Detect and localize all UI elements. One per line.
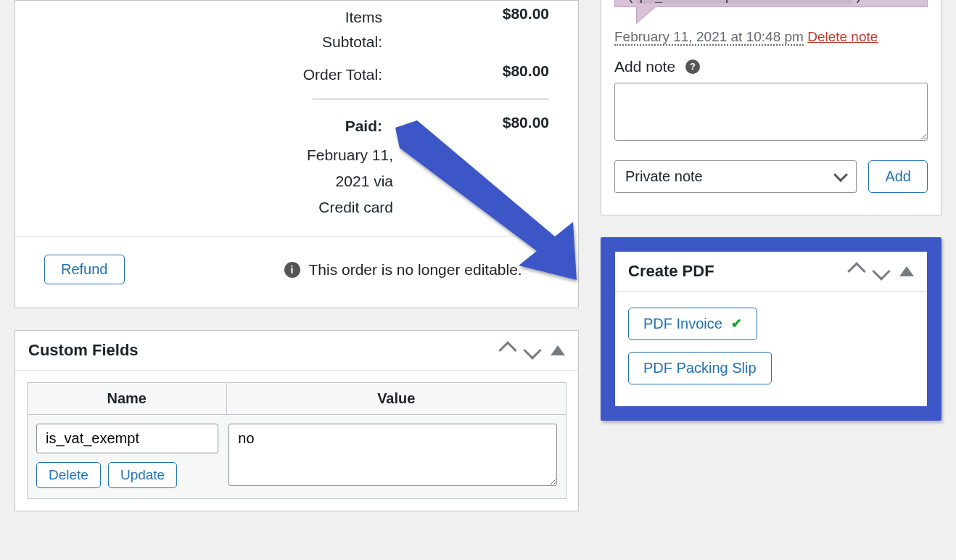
order-total-value: $80.00 — [448, 62, 549, 87]
add-note-button[interactable]: Add — [868, 160, 928, 193]
note-type-select[interactable]: Private note — [614, 160, 857, 193]
not-editable-text: This order is no longer editable. — [309, 261, 522, 279]
delete-note-link[interactable]: Delete note — [807, 29, 878, 44]
totals-divider — [313, 99, 549, 99]
custom-fields-column-name: Name — [28, 383, 227, 414]
paid-value: $80.00 — [448, 114, 549, 139]
info-icon: i — [284, 262, 300, 278]
custom-fields-title: Custom Fields — [28, 341, 501, 360]
create-pdf-title: Create PDF — [628, 262, 850, 281]
custom-field-update-button[interactable]: Update — [108, 462, 177, 488]
not-editable-message: i This order is no longer editable. — [284, 261, 522, 279]
order-total-label: Order Total: — [44, 62, 448, 87]
order-notes-panel: ( ( pt_1IJnxwznpFZCCwrLtb7etKA9 ).pt_1IJ… — [601, 0, 941, 215]
custom-field-delete-button[interactable]: Delete — [36, 462, 101, 488]
paid-label: Paid: — [44, 114, 448, 139]
custom-fields-panel: Custom Fields Name Value Delete — [15, 330, 579, 511]
custom-fields-column-value: Value — [227, 383, 566, 414]
refund-button[interactable]: Refund — [44, 255, 125, 284]
panel-move-down-icon[interactable] — [872, 262, 890, 280]
panel-move-up-icon[interactable] — [847, 262, 865, 280]
chevron-down-icon — [834, 168, 849, 182]
pdf-invoice-button[interactable]: PDF Invoice ✔ — [628, 308, 757, 340]
pdf-packing-slip-button[interactable]: PDF Packing Slip — [628, 352, 772, 384]
items-subtotal-value: $80.00 — [448, 5, 549, 54]
create-pdf-highlight: Create PDF PDF Invoice ✔ PDF Packing Sli… — [601, 237, 941, 421]
paid-method: Credit card — [15, 194, 578, 236]
order-totals-panel: ItemsSubtotal: $80.00 Order Total: $80.0… — [15, 0, 579, 308]
add-note-label: Add note — [614, 58, 675, 75]
custom-field-name-input[interactable] — [36, 424, 218, 453]
items-subtotal-label: ItemsSubtotal: — [44, 5, 448, 54]
pdf-invoice-label: PDF Invoice — [643, 316, 722, 332]
paid-date-line2: 2021 via — [15, 168, 578, 194]
custom-field-row: Delete Update — [27, 414, 566, 499]
note-type-selected: Private note — [625, 168, 703, 185]
add-note-textarea[interactable] — [614, 83, 928, 141]
order-note-timestamp: February 11, 2021 at 10:48 pm — [614, 29, 804, 46]
check-icon: ✔ — [731, 316, 742, 332]
order-note-bubble: ( ( pt_1IJnxwznpFZCCwrLtb7etKA9 ).pt_1IJ… — [614, 0, 928, 7]
custom-field-value-input[interactable] — [228, 424, 557, 486]
paid-date-line1: February 11, — [15, 142, 578, 168]
panel-move-up-icon[interactable] — [498, 342, 516, 360]
help-icon[interactable]: ? — [685, 59, 700, 74]
panel-toggle-icon[interactable] — [551, 345, 565, 355]
pdf-packing-slip-label: PDF Packing Slip — [643, 360, 757, 376]
order-note-meta: February 11, 2021 at 10:48 pm Delete not… — [614, 29, 928, 45]
panel-toggle-icon[interactable] — [899, 266, 914, 276]
panel-move-down-icon[interactable] — [523, 342, 541, 360]
